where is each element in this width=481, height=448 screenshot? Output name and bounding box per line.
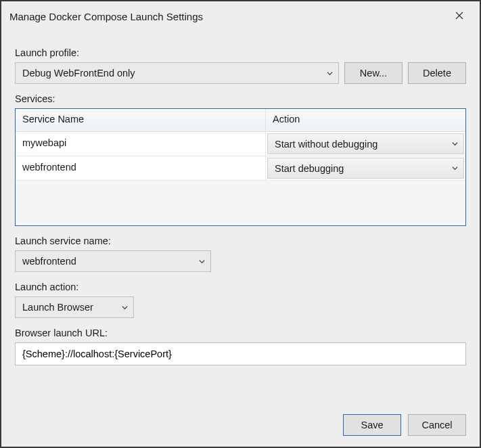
services-grid: Service Name Action mywebapi Start witho…: [15, 108, 466, 226]
table-row[interactable]: webfrontend Start debugging: [16, 156, 465, 181]
launch-action-value: Launch Browser: [22, 302, 93, 313]
browser-url-input[interactable]: [15, 342, 466, 365]
new-button-label: New...: [360, 68, 387, 79]
table-row[interactable]: mywebapi Start without debugging: [16, 132, 465, 156]
chevron-down-icon: [326, 70, 333, 76]
launch-profile-label: Launch profile:: [15, 47, 466, 58]
save-button[interactable]: Save: [343, 414, 401, 436]
grid-header: Service Name Action: [16, 109, 465, 132]
launch-service-name-dropdown[interactable]: webfrontend: [15, 250, 211, 272]
col-header-action[interactable]: Action: [266, 109, 465, 131]
dialog-footer: Save Cancel: [15, 402, 466, 436]
dialog: Manage Docker Compose Launch Settings La…: [0, 0, 481, 448]
service-action-value: Start debugging: [275, 163, 344, 174]
chevron-down-icon: [451, 165, 458, 172]
service-name-cell: mywebapi: [16, 132, 266, 156]
launch-service-name-label: Launch service name:: [15, 236, 466, 246]
service-name-cell: webfrontend: [16, 156, 266, 180]
launch-action-label: Launch action:: [15, 282, 466, 292]
services-label: Services:: [15, 93, 466, 104]
cancel-button-label: Cancel: [421, 420, 452, 430]
cancel-button[interactable]: Cancel: [408, 414, 466, 436]
service-action-dropdown[interactable]: Start without debugging: [267, 133, 464, 154]
chevron-down-icon: [451, 141, 458, 148]
service-action-cell: Start debugging: [266, 156, 465, 180]
launch-service-name-value: webfrontend: [22, 256, 76, 267]
close-icon: [455, 11, 463, 22]
new-button[interactable]: New...: [344, 62, 403, 84]
service-action-dropdown[interactable]: Start debugging: [267, 158, 464, 179]
launch-profile-row: Debug WebFrontEnd only New... Delete: [15, 62, 466, 84]
launch-profile-value: Debug WebFrontEnd only: [22, 68, 135, 79]
dialog-title: Manage Docker Compose Launch Settings: [9, 11, 203, 22]
close-button[interactable]: [447, 7, 472, 26]
service-action-value: Start without debugging: [275, 139, 377, 150]
launch-action-dropdown[interactable]: Launch Browser: [15, 296, 134, 318]
browser-url-label: Browser launch URL:: [15, 328, 466, 338]
delete-button[interactable]: Delete: [408, 62, 466, 84]
chevron-down-icon: [121, 304, 128, 311]
col-header-service-name[interactable]: Service Name: [16, 109, 266, 131]
service-action-cell: Start without debugging: [266, 132, 465, 156]
titlebar: Manage Docker Compose Launch Settings: [1, 1, 480, 31]
dialog-content: Launch profile: Debug WebFrontEnd only N…: [1, 31, 480, 447]
chevron-down-icon: [198, 258, 205, 265]
save-button-label: Save: [361, 420, 383, 430]
delete-button-label: Delete: [423, 68, 451, 79]
launch-profile-dropdown[interactable]: Debug WebFrontEnd only: [15, 62, 339, 84]
